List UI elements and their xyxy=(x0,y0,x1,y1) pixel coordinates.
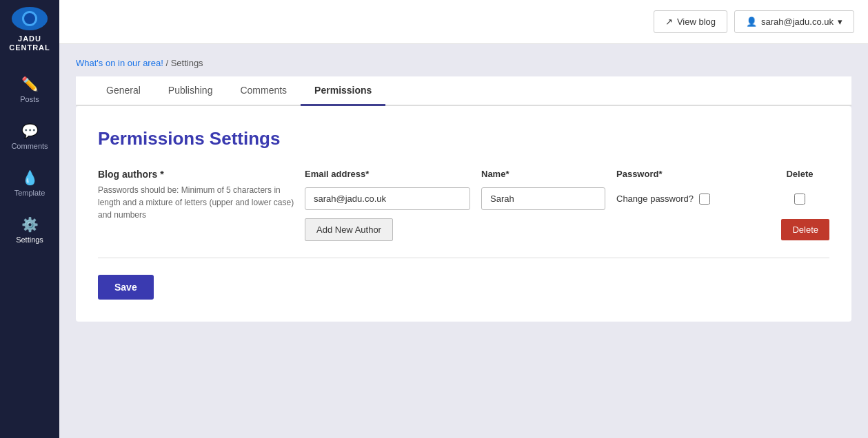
blog-authors-label: Blog authors * xyxy=(98,169,305,180)
sidebar-item-posts-label: Posts xyxy=(20,95,39,103)
logo-text: JADUCENTRAL xyxy=(9,34,50,52)
settings-icon: ⚙️ xyxy=(21,216,39,233)
col-name-header: Name* xyxy=(481,169,605,179)
change-password-area: Change password? xyxy=(616,194,768,205)
main-area: ↗ View blog 👤 sarah@jadu.co.uk ▾ What's … xyxy=(59,0,868,438)
author-name-input[interactable] xyxy=(481,187,605,210)
view-blog-button[interactable]: ↗ View blog xyxy=(654,10,727,33)
col-delete-header: Delete xyxy=(779,169,820,179)
external-link-icon: ↗ xyxy=(665,17,673,27)
tab-publishing[interactable]: Publishing xyxy=(154,76,227,106)
sidebar-item-settings[interactable]: ⚙️ Settings xyxy=(0,207,59,253)
delete-checkbox-area xyxy=(779,194,820,205)
tabs-bar: General Publishing Comments Permissions xyxy=(76,76,851,106)
delete-button[interactable]: Delete xyxy=(781,219,829,240)
tab-permissions[interactable]: Permissions xyxy=(301,76,385,106)
author-email-input[interactable] xyxy=(305,187,470,210)
page-title: Permissions Settings xyxy=(98,128,829,149)
sidebar-item-comments-label: Comments xyxy=(11,142,48,150)
tabs: General Publishing Comments Permissions xyxy=(92,76,835,105)
sidebar-item-comments[interactable]: 💬 Comments xyxy=(0,113,59,160)
main-content-wrapper: What's on in our area! / Settings Genera… xyxy=(59,44,868,438)
user-menu-button[interactable]: 👤 sarah@jadu.co.uk ▾ xyxy=(734,10,854,33)
delete-author-checkbox[interactable] xyxy=(794,194,805,205)
form-fields: Email address* Name* Password* Delete Ch… xyxy=(305,169,829,241)
sidebar-item-template[interactable]: 💧 Template xyxy=(0,160,59,207)
breadcrumb-separator: / xyxy=(165,58,170,68)
template-icon: 💧 xyxy=(21,169,39,186)
breadcrumb-current: Settings xyxy=(171,58,203,68)
col-password-header: Password* xyxy=(616,169,768,179)
sidebar: JADUCENTRAL ✏️ Posts 💬 Comments 💧 Templa… xyxy=(0,0,59,438)
author-row: Change password? xyxy=(305,187,829,210)
form-section: Blog authors * Passwords should be: Mini… xyxy=(98,169,829,241)
change-password-label: Change password? xyxy=(616,194,694,204)
page-content: What's on in our area! / Settings Genera… xyxy=(59,44,868,438)
permissions-card: Permissions Settings Blog authors * Pass… xyxy=(76,106,851,322)
sidebar-nav: ✏️ Posts 💬 Comments 💧 Template ⚙️ Settin… xyxy=(0,66,59,253)
comments-icon: 💬 xyxy=(21,123,39,139)
chevron-down-icon: ▾ xyxy=(838,17,842,27)
breadcrumb: What's on in our area! / Settings xyxy=(76,58,851,68)
change-password-checkbox[interactable] xyxy=(699,194,710,205)
sidebar-item-template-label: Template xyxy=(14,189,46,197)
col-email-header: Email address* xyxy=(305,169,470,179)
sidebar-logo: JADUCENTRAL xyxy=(0,0,59,59)
action-row: Add New Author Delete xyxy=(305,218,829,241)
breadcrumb-link[interactable]: What's on in our area! xyxy=(76,58,163,68)
topbar: ↗ View blog 👤 sarah@jadu.co.uk ▾ xyxy=(59,0,868,44)
add-new-author-button[interactable]: Add New Author xyxy=(305,218,393,241)
sidebar-item-settings-label: Settings xyxy=(16,236,43,244)
user-icon: 👤 xyxy=(746,17,757,27)
divider xyxy=(98,258,829,258)
tab-general[interactable]: General xyxy=(92,76,154,106)
posts-icon: ✏️ xyxy=(21,76,39,92)
tab-comments[interactable]: Comments xyxy=(226,76,301,106)
save-button[interactable]: Save xyxy=(98,275,154,300)
topbar-actions: ↗ View blog 👤 sarah@jadu.co.uk ▾ xyxy=(654,10,854,33)
logo-icon xyxy=(12,7,48,30)
sidebar-item-posts[interactable]: ✏️ Posts xyxy=(0,66,59,113)
field-headers: Email address* Name* Password* Delete xyxy=(305,169,829,179)
blog-authors-section: Blog authors * Passwords should be: Mini… xyxy=(98,169,305,221)
password-hint: Passwords should be: Minimum of 5 charac… xyxy=(98,184,305,221)
